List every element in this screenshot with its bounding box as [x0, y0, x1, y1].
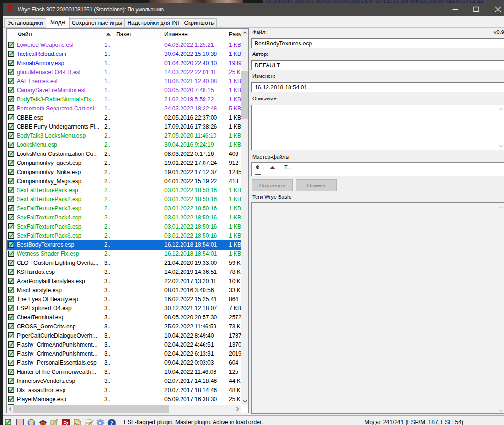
svg-text:Doc: Doc	[75, 423, 80, 425]
svg-text:Fz: Fz	[63, 421, 68, 425]
svg-text:?: ?	[110, 420, 113, 425]
